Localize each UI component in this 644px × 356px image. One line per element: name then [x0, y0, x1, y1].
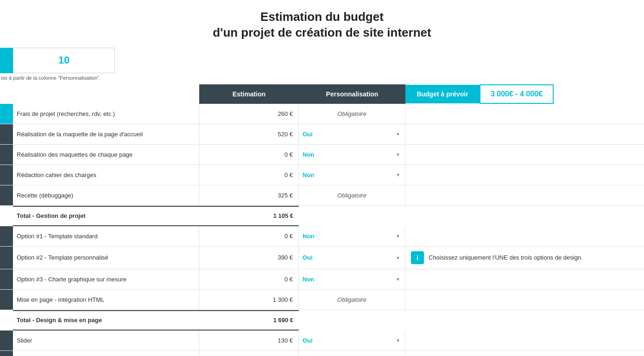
- perso-value: Oui: [303, 254, 313, 261]
- row-estimation: 0 €: [199, 226, 299, 246]
- total-rest: [299, 206, 644, 226]
- table-row: Blog130 €Oui▼: [0, 351, 644, 356]
- table-row: Option #3 - Charte graphique sur mesure0…: [0, 269, 644, 290]
- perso-value: Non: [303, 233, 314, 240]
- info-icon: i: [411, 251, 424, 264]
- row-estimation: 0 €: [199, 269, 299, 289]
- budget-header: Budget à prévoir 3 000€ - 4 000€: [405, 84, 644, 104]
- row-estimation: 390 €: [199, 247, 299, 269]
- table-row: Option #2 - Template personnalisé390 €Ou…: [0, 247, 644, 269]
- chevron-down-icon: ▼: [396, 338, 400, 343]
- row-side-bar: [0, 290, 13, 310]
- row-label: Rédaction cahier des charges: [13, 165, 199, 185]
- perso-select-wrapper[interactable]: Non▼: [303, 276, 401, 283]
- chevron-down-icon: ▼: [396, 277, 400, 282]
- perso-select-wrapper[interactable]: Non▼: [303, 151, 401, 158]
- total-label: Total - Design & mise en page: [13, 310, 199, 331]
- total-side: [0, 310, 13, 331]
- row-side-bar: [0, 226, 13, 246]
- table-body: Frais de projet (recherches, rdv, etc.)2…: [0, 104, 644, 356]
- row-personnalisation[interactable]: Non▼: [299, 165, 405, 185]
- perso-obligatoire: Obligatoire: [337, 192, 366, 199]
- chevron-down-icon: ▼: [396, 172, 400, 178]
- personnalisation-header: Personnalisation: [299, 84, 405, 104]
- row-info: [405, 145, 644, 165]
- row-side-bar: [0, 247, 13, 269]
- row-personnalisation[interactable]: Non▼: [299, 269, 405, 289]
- row-estimation: 130 €: [199, 331, 299, 350]
- row-info: [405, 124, 644, 144]
- row-personnalisation[interactable]: Non▼: [299, 226, 405, 246]
- perso-select-wrapper[interactable]: Oui▼: [303, 131, 401, 138]
- perso-value: Non: [303, 172, 314, 178]
- row-side-bar: [0, 269, 13, 289]
- total-row: Total - Gestion de projet1 105 €: [0, 206, 644, 226]
- row-label: Recette (débuggage): [13, 185, 199, 205]
- perso-value: Non: [303, 276, 314, 283]
- row-side-bar: [0, 331, 13, 350]
- row-personnalisation[interactable]: Non▼: [299, 145, 405, 165]
- page-title: Estimation du budget d'un projet de créa…: [0, 0, 644, 48]
- row-personnalisation: Obligatoire: [299, 104, 405, 124]
- total-rest: [299, 310, 644, 331]
- chevron-down-icon: ▼: [396, 234, 400, 239]
- row-label: Blog: [13, 351, 199, 356]
- label-header: [0, 84, 199, 104]
- row-side-bar: [0, 104, 13, 124]
- row-label: Option #2 - Template personnalisé: [13, 247, 199, 269]
- row-estimation: 325 €: [199, 185, 299, 205]
- perso-select-wrapper[interactable]: Oui▼: [303, 337, 401, 344]
- row-estimation: 0 €: [199, 145, 299, 165]
- table-row: Mise en page - intégration HTML1 300 €Ob…: [0, 290, 644, 310]
- row-personnalisation[interactable]: Oui▼: [299, 124, 405, 144]
- perso-select-wrapper[interactable]: Oui▼: [303, 254, 401, 261]
- chevron-down-icon: ▼: [396, 132, 400, 137]
- table-header: Estimation Personnalisation Budget à pré…: [0, 84, 644, 104]
- row-info: [405, 331, 644, 350]
- total-value: 1 690 €: [199, 310, 299, 331]
- row-info: [405, 185, 644, 205]
- row-side-bar: [0, 124, 13, 144]
- table-row: Recette (débuggage)325 €Obligatoire: [0, 185, 644, 206]
- row-info: [405, 165, 644, 185]
- row-info: [405, 351, 644, 356]
- row-info: [405, 269, 644, 289]
- table-row: Réalisation des maquettes de chaque page…: [0, 145, 644, 165]
- counter-teal-bar: [0, 48, 13, 73]
- row-estimation: 520 €: [199, 124, 299, 144]
- row-personnalisation[interactable]: Oui▼: [299, 331, 405, 350]
- total-label: Total - Gestion de projet: [13, 206, 199, 226]
- row-personnalisation[interactable]: Oui▼: [299, 351, 405, 356]
- counter-box: 10: [13, 48, 115, 73]
- info-box: iChoisissez uniquement l'UNE des trois o…: [411, 251, 583, 264]
- budget-value: 3 000€ - 4 000€: [480, 84, 554, 104]
- perso-obligatoire: Obligatoire: [337, 296, 366, 303]
- table-row: Frais de projet (recherches, rdv, etc.)2…: [0, 104, 644, 124]
- total-value: 1 105 €: [199, 206, 299, 226]
- row-label: Mise en page - intégration HTML: [13, 290, 199, 310]
- row-side-bar: [0, 165, 13, 185]
- row-side-bar: [0, 185, 13, 205]
- table-row: Option #1 - Template standard0 €Non▼: [0, 226, 644, 247]
- perso-select-wrapper[interactable]: Non▼: [303, 233, 401, 240]
- row-label: Option #1 - Template standard: [13, 226, 199, 246]
- table-row: Rédaction cahier des charges0 €Non▼: [0, 165, 644, 185]
- chevron-down-icon: ▼: [396, 255, 400, 260]
- row-personnalisation[interactable]: Oui▼: [299, 247, 405, 269]
- row-estimation: 0 €: [199, 165, 299, 185]
- row-info: [405, 104, 644, 124]
- row-info: iChoisissez uniquement l'UNE des trois o…: [405, 247, 644, 269]
- row-personnalisation: Obligatoire: [299, 290, 405, 310]
- perso-select-wrapper[interactable]: Non▼: [303, 172, 401, 178]
- estimation-header: Estimation: [199, 84, 299, 104]
- total-side: [0, 206, 13, 226]
- info-text: Choisissez uniquement l'UNE des trois op…: [429, 254, 583, 261]
- budget-label: Budget à prévoir: [405, 85, 480, 103]
- row-estimation: 260 €: [199, 104, 299, 124]
- perso-value: Non: [303, 151, 314, 158]
- table-row: Réalisation de la maquette de la page d'…: [0, 124, 644, 145]
- perso-value: Oui: [303, 131, 313, 138]
- row-label: Slider: [13, 331, 199, 350]
- row-side-bar: [0, 351, 13, 356]
- perso-obligatoire: Obligatoire: [337, 110, 366, 117]
